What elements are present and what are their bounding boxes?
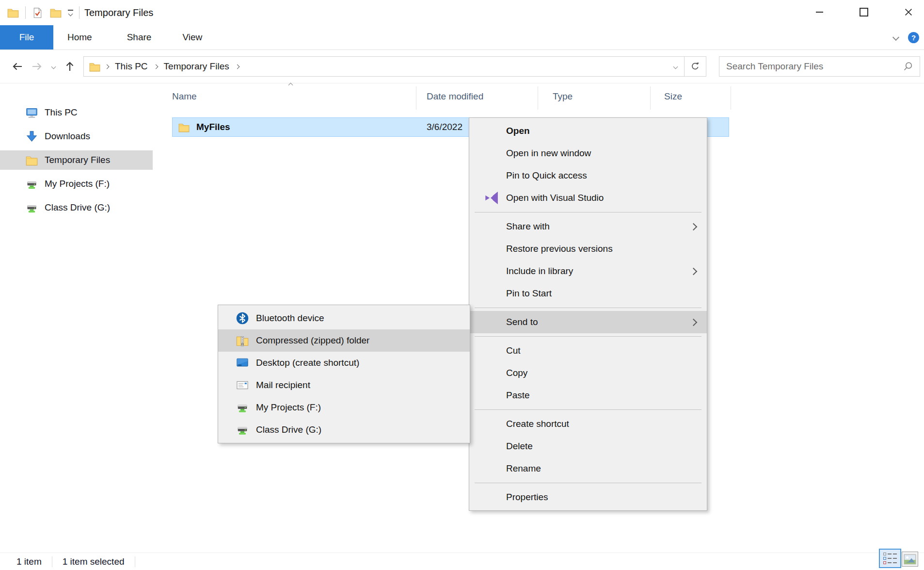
sidebar-item-label: Downloads (45, 131, 90, 142)
send-to-submenu: Bluetooth device Compressed (zipped) fol… (218, 305, 470, 443)
minimize-button[interactable] (804, 0, 835, 24)
mail-icon (234, 377, 251, 393)
up-arrow-icon (64, 61, 76, 72)
address-bar[interactable]: This PC Temporary Files (83, 56, 706, 77)
menu-item-paste[interactable]: Paste (469, 384, 707, 407)
submenu-item-mail-recipient[interactable]: Mail recipient (218, 374, 470, 396)
tab-share[interactable]: Share (126, 25, 153, 49)
menu-item-create-shortcut[interactable]: Create shortcut (469, 413, 707, 435)
large-icons-view-button[interactable] (902, 552, 918, 567)
sidebar-item-downloads[interactable]: Downloads (0, 127, 153, 146)
sort-ascending-icon (288, 83, 293, 88)
customize-quick-access-icon[interactable] (68, 10, 73, 16)
file-date-modified: 3/6/2022 (427, 122, 462, 132)
close-button[interactable] (893, 0, 924, 24)
drive-icon (25, 178, 38, 191)
menu-item-restore-previous-versions[interactable]: Restore previous versions (469, 238, 707, 260)
submenu-arrow-icon (690, 319, 698, 326)
address-dropdown-button[interactable] (667, 57, 684, 76)
minimize-icon (816, 12, 823, 13)
search-input[interactable] (725, 61, 902, 72)
column-divider[interactable] (731, 86, 731, 110)
menu-item-copy[interactable]: Copy (469, 362, 707, 384)
file-explorer-window: Temporary Files File Home Share View ? T… (0, 0, 924, 570)
tab-file[interactable]: File (0, 25, 53, 49)
folder-icon (178, 121, 190, 133)
menu-item-open-in-new-window[interactable]: Open in new window (469, 142, 707, 164)
sidebar-item-temporary-files[interactable]: Temporary Files (0, 150, 153, 170)
sidebar-item-label: Temporary Files (45, 155, 110, 165)
column-header-type[interactable]: Type (553, 91, 573, 102)
recent-locations-button[interactable] (47, 56, 60, 77)
sidebar-item-class-drive[interactable]: Class Drive (G:) (0, 198, 153, 217)
file-name: MyFiles (196, 122, 230, 132)
tab-home[interactable]: Home (66, 25, 93, 49)
menu-item-rename[interactable]: Rename (469, 457, 707, 480)
sidebar-item-my-projects[interactable]: My Projects (F:) (0, 174, 153, 194)
column-divider[interactable] (538, 86, 538, 110)
breadcrumb-chevron-icon[interactable] (153, 64, 158, 69)
menu-separator (475, 409, 701, 410)
maximize-icon (860, 8, 868, 16)
menu-item-include-in-library[interactable]: Include in library (469, 260, 707, 282)
submenu-item-my-projects[interactable]: My Projects (F:) (218, 396, 470, 419)
expand-ribbon-icon[interactable] (892, 34, 899, 41)
column-header-size[interactable]: Size (664, 91, 682, 102)
up-button[interactable] (60, 56, 80, 77)
breadcrumb-this-pc[interactable]: This PC (112, 61, 151, 72)
folder-icon[interactable] (7, 6, 19, 19)
back-arrow-icon (12, 61, 23, 72)
status-divider (52, 556, 52, 567)
menu-item-pin-to-start[interactable]: Pin to Start (469, 282, 707, 305)
column-divider[interactable] (650, 86, 651, 110)
quick-access-toolbar (7, 6, 80, 19)
column-header-date-modified[interactable]: Date modified (427, 91, 483, 102)
details-view-button[interactable] (879, 549, 901, 568)
menu-separator (475, 212, 701, 212)
folder-icon (89, 61, 101, 73)
menu-separator (475, 483, 701, 483)
search-icon[interactable] (902, 61, 914, 72)
menu-item-send-to[interactable]: Send to (469, 311, 707, 333)
tab-view[interactable]: View (181, 25, 203, 49)
breadcrumb-chevron-icon[interactable] (105, 64, 110, 69)
menu-item-properties[interactable]: Properties (469, 486, 707, 508)
new-folder-icon[interactable] (49, 6, 62, 19)
chevron-down-icon (51, 64, 56, 69)
menu-item-cut[interactable]: Cut (469, 340, 707, 362)
submenu-item-class-drive[interactable]: Class Drive (G:) (218, 419, 470, 441)
forward-button[interactable] (27, 56, 47, 77)
submenu-item-desktop-create-shortcut[interactable]: Desktop (create shortcut) (218, 352, 470, 374)
column-header-name[interactable]: Name (172, 91, 197, 102)
submenu-item-compressed-zipped-folder[interactable]: Compressed (zipped) folder (218, 329, 470, 352)
menu-item-open[interactable]: Open (469, 120, 707, 142)
sidebar-item-label: Class Drive (G:) (45, 202, 110, 213)
context-menu: Open Open in new window Pin to Quick acc… (469, 117, 707, 511)
column-divider[interactable] (416, 86, 416, 110)
breadcrumb-chevron-icon[interactable] (235, 64, 239, 69)
menu-item-pin-to-quick-access[interactable]: Pin to Quick access (469, 164, 707, 187)
item-count: 1 item (16, 556, 42, 567)
navigation-pane: This PC Downloads Temporary Files My Pro… (0, 83, 153, 554)
refresh-button[interactable] (684, 57, 706, 76)
properties-icon[interactable] (32, 7, 44, 19)
menu-separator (475, 308, 701, 308)
drive-icon (25, 201, 38, 214)
drive-icon (234, 400, 251, 415)
details-view-icon (883, 553, 897, 564)
folder-icon (25, 154, 38, 167)
menu-item-share-with[interactable]: Share with (469, 215, 707, 238)
menu-item-open-with-visual-studio[interactable]: Open with Visual Studio (469, 187, 707, 209)
bluetooth-icon (234, 310, 251, 326)
help-icon[interactable]: ? (908, 32, 919, 43)
ribbon-right-controls: ? (893, 25, 919, 49)
menu-item-delete[interactable]: Delete (469, 435, 707, 457)
submenu-item-bluetooth-device[interactable]: Bluetooth device (218, 307, 470, 329)
breadcrumb-temporary-files[interactable]: Temporary Files (161, 61, 232, 72)
maximize-button[interactable] (848, 0, 879, 24)
sidebar-item-label: This PC (45, 107, 78, 118)
back-button[interactable] (8, 56, 27, 77)
download-arrow-icon (25, 130, 38, 143)
sidebar-item-this-pc[interactable]: This PC (0, 103, 153, 122)
thumbnail-view-icon (904, 554, 916, 565)
